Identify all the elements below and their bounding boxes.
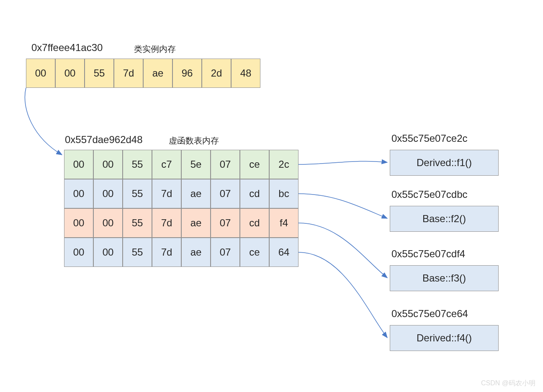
byte-cell: 55 — [85, 59, 114, 88]
func-1-box: Base::f2() — [390, 206, 499, 232]
byte-cell: cd — [240, 208, 269, 238]
instance-byte-row: 00 00 55 7d ae 96 2d 48 — [26, 59, 260, 88]
instance-memory-label: 类实例内存 — [134, 44, 176, 55]
func-3-box: Derived::f4() — [390, 325, 499, 351]
arrow-row3-to-func3 — [299, 252, 387, 338]
vtable-row-0: 00 00 55 c7 5e 07 ce 2c — [64, 150, 299, 179]
byte-cell: 55 — [123, 208, 152, 238]
byte-cell: 7d — [152, 179, 181, 208]
byte-cell: ae — [143, 59, 172, 88]
byte-cell: ce — [240, 150, 269, 179]
byte-cell: 00 — [93, 150, 123, 179]
byte-cell: 00 — [64, 179, 93, 208]
func-0-address: 0x55c75e07ce2c — [391, 133, 467, 144]
arrow-row2-to-func2 — [299, 223, 387, 278]
vtable-memory-label: 虚函数表内存 — [169, 135, 219, 146]
byte-cell: ae — [181, 179, 211, 208]
byte-cell: 7d — [152, 238, 181, 267]
vtable-address-label: 0x557dae962d48 — [65, 134, 143, 146]
func-3-name: Derived::f4() — [417, 332, 472, 344]
byte-cell: 00 — [26, 59, 55, 88]
byte-cell: 00 — [93, 179, 123, 208]
byte-cell: 48 — [231, 59, 260, 88]
func-1-name: Base::f2() — [422, 213, 466, 225]
byte-cell: 64 — [269, 238, 299, 267]
vtable-row-2: 00 00 55 7d ae 07 cd f4 — [64, 208, 299, 238]
byte-cell: 00 — [55, 59, 85, 88]
byte-cell: 00 — [64, 238, 93, 267]
arrow-instance-to-vtable — [25, 88, 62, 155]
byte-cell: 5e — [181, 150, 211, 179]
byte-cell: 07 — [211, 208, 240, 238]
byte-cell: bc — [269, 179, 299, 208]
func-0-box: Derived::f1() — [390, 150, 499, 176]
byte-cell: 55 — [123, 179, 152, 208]
func-2-address: 0x55c75e07cdf4 — [391, 248, 465, 260]
byte-cell: cd — [240, 179, 269, 208]
func-2-box: Base::f3() — [390, 265, 499, 291]
byte-cell: 55 — [123, 238, 152, 267]
byte-cell: ae — [181, 208, 211, 238]
byte-cell: 00 — [64, 208, 93, 238]
watermark: CSDN @码农小明 — [481, 379, 535, 388]
byte-cell: 07 — [211, 150, 240, 179]
byte-cell: 07 — [211, 179, 240, 208]
byte-cell: 7d — [152, 208, 181, 238]
byte-cell: 00 — [64, 150, 93, 179]
byte-cell: ce — [240, 238, 269, 267]
byte-cell: 7d — [114, 59, 143, 88]
byte-cell: 00 — [93, 238, 123, 267]
arrow-row0-to-func0 — [299, 161, 387, 164]
byte-cell: 96 — [172, 59, 202, 88]
byte-cell: 2d — [202, 59, 231, 88]
func-2-name: Base::f3() — [422, 272, 466, 284]
byte-cell: 00 — [93, 208, 123, 238]
func-0-name: Derived::f1() — [417, 157, 472, 169]
byte-cell: ae — [181, 238, 211, 267]
vtable-row-1: 00 00 55 7d ae 07 cd bc — [64, 179, 299, 208]
byte-cell: 07 — [211, 238, 240, 267]
arrow-row1-to-func1 — [299, 194, 387, 218]
vtable-row-3: 00 00 55 7d ae 07 ce 64 — [64, 238, 299, 267]
instance-address-label: 0x7ffeee41ac30 — [31, 42, 103, 54]
func-3-address: 0x55c75e07ce64 — [391, 308, 468, 320]
byte-cell: f4 — [269, 208, 299, 238]
byte-cell: 55 — [123, 150, 152, 179]
byte-cell: c7 — [152, 150, 181, 179]
func-1-address: 0x55c75e07cdbc — [391, 189, 467, 200]
byte-cell: 2c — [269, 150, 299, 179]
